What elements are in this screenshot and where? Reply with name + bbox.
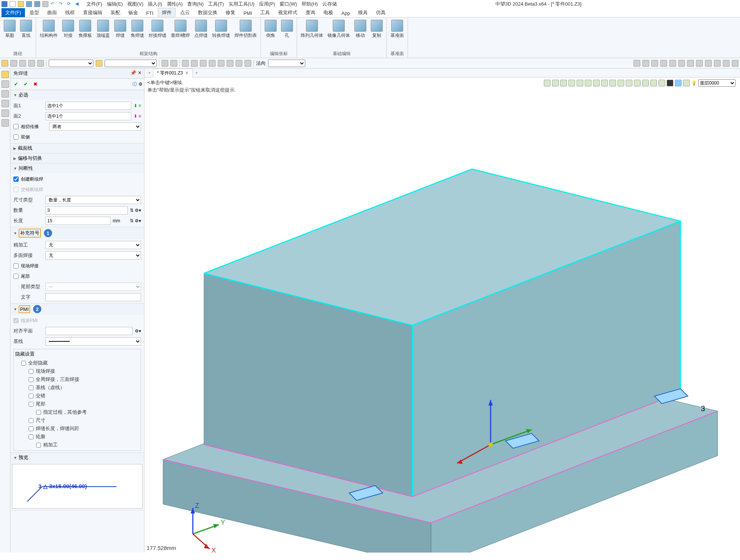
v-icon-3[interactable] xyxy=(1,90,9,98)
ribbon-sketch[interactable]: 草图 xyxy=(2,19,17,50)
vt-12[interactable] xyxy=(634,80,641,86)
ribbon-filletweld[interactable]: 角焊缝 xyxy=(129,19,146,50)
v-icon-5[interactable] xyxy=(1,109,9,117)
vt-4[interactable] xyxy=(568,80,575,86)
menu-tools[interactable]: 工具(T) xyxy=(208,1,224,7)
layer-bulb-icon[interactable]: 💡 xyxy=(691,80,697,86)
section-intermittent[interactable]: 间断性 xyxy=(10,163,144,173)
save-icon[interactable] xyxy=(26,1,32,7)
length-input[interactable] xyxy=(45,217,111,225)
tb-r-4[interactable] xyxy=(660,60,667,67)
undo-icon[interactable]: ↶ xyxy=(51,1,57,7)
tb-icon-3[interactable] xyxy=(19,60,26,67)
bothsides-checkbox[interactable] xyxy=(13,134,19,140)
section-pmi[interactable]: PMI 2 xyxy=(10,303,144,315)
length-spin-icon[interactable]: ⇅ ⚙▾ xyxy=(130,218,141,223)
tb-r-8[interactable] xyxy=(696,60,703,67)
vt-6[interactable] xyxy=(585,80,591,86)
count-input[interactable] xyxy=(45,206,128,214)
ribbon-tab-weld[interactable]: 焊件 xyxy=(158,8,176,17)
tangent-checkbox[interactable] xyxy=(13,124,19,129)
cancel-button[interactable]: ✖ xyxy=(31,80,39,88)
h-contour-checkbox[interactable] xyxy=(29,435,34,439)
tb-select-2[interactable] xyxy=(105,60,157,67)
align-input[interactable] xyxy=(45,327,133,335)
ribbon-plugweld[interactable]: 塞焊/槽焊 xyxy=(169,19,191,50)
ribbon-tab-visual[interactable]: 视觉样式 xyxy=(274,8,301,17)
v-icon-2[interactable] xyxy=(1,80,9,88)
tb-r-11[interactable] xyxy=(723,60,730,67)
ribbon-butt[interactable]: 对接 xyxy=(61,19,76,50)
ribbon-tab-tools[interactable]: 工具 xyxy=(256,8,274,17)
ribbon-tab-sim[interactable]: 仿真 xyxy=(372,8,389,17)
ribbon-tab-shape[interactable]: 造型 xyxy=(26,8,43,17)
tb-icon-12[interactable] xyxy=(209,60,216,67)
vt-15[interactable] xyxy=(658,80,665,86)
vt-14[interactable] xyxy=(650,80,657,86)
ribbon-spotweld[interactable]: 点焊缝 xyxy=(193,19,209,50)
menu-insert[interactable]: 插入(I) xyxy=(148,1,162,7)
ribbon-tab-fti[interactable]: FTI xyxy=(143,9,157,17)
vt-3[interactable] xyxy=(560,80,567,86)
h-dim-checkbox[interactable] xyxy=(29,418,34,423)
ribbon-tab-mold[interactable]: 模具 xyxy=(354,8,371,17)
tangent-select[interactable]: 两者 xyxy=(49,122,141,131)
ribbon-pattern[interactable]: 阵列几何体 xyxy=(299,19,325,50)
align-pick-icon[interactable]: ⚙▾ xyxy=(135,328,141,334)
info-icon[interactable]: ⓘ xyxy=(133,81,137,88)
vt-13[interactable] xyxy=(642,80,649,86)
ribbon-tab-assembly[interactable]: 装配 xyxy=(107,8,124,17)
face2-input[interactable] xyxy=(45,112,131,120)
ribbon-line[interactable]: 直线 xyxy=(19,19,34,50)
ribbon-move[interactable]: 移动 xyxy=(353,19,368,50)
ribbon-buttweld[interactable]: 对接焊缝 xyxy=(147,19,168,50)
ribbon-tab-surface[interactable]: 曲面 xyxy=(44,8,61,17)
tb-icon-4[interactable] xyxy=(28,60,35,67)
menu-window[interactable]: 窗口(W) xyxy=(280,1,297,7)
tab-add-left[interactable]: + xyxy=(146,70,153,76)
apply-button[interactable]: ✔ xyxy=(22,80,30,88)
vt-10[interactable] xyxy=(618,80,624,86)
section-offset[interactable]: 偏移与切换 xyxy=(10,153,144,163)
open-icon[interactable] xyxy=(18,1,24,7)
tb-r-12[interactable] xyxy=(732,60,739,67)
tb-r-5[interactable] xyxy=(669,60,676,67)
tb-icon-2[interactable] xyxy=(10,60,17,67)
ribbon-tab-pointcloud[interactable]: 点云 xyxy=(176,8,194,17)
ok-button[interactable]: ✔ xyxy=(12,80,20,88)
ribbon-tab-wireframe[interactable]: 线框 xyxy=(61,8,79,17)
ribbon-tab-repair[interactable]: 修复 xyxy=(222,8,239,17)
dimtype-select[interactable]: 数量，长度 xyxy=(45,196,141,204)
section-required[interactable]: 必选 xyxy=(10,90,144,100)
tb-icon-6[interactable] xyxy=(96,60,102,67)
tb-icon-13[interactable] xyxy=(218,60,224,67)
ribbon-chamfer[interactable]: 倒角 xyxy=(263,19,278,50)
ribbon-datum[interactable]: 基准面 xyxy=(389,19,405,50)
ribbon-cutlist[interactable]: 焊件切割表 xyxy=(233,19,258,50)
viewport[interactable]: + * 零件001.Z3 ✕ + <单击中键>继续. 单击"帮助/显示提示"按钮… xyxy=(144,69,740,553)
tailtype-select[interactable]: — xyxy=(45,283,141,291)
menu-view[interactable]: 视图(V) xyxy=(127,1,143,7)
ribbon-weldseam[interactable]: 焊缝 xyxy=(113,19,128,50)
panel-pin-icon[interactable]: 📌 ✕ xyxy=(130,70,142,76)
tb-r-2[interactable] xyxy=(642,60,649,67)
section-sectionline[interactable]: 截面线 xyxy=(10,143,144,153)
print-icon[interactable] xyxy=(42,1,48,7)
saveall-icon[interactable] xyxy=(34,1,40,7)
v-icon-1[interactable] xyxy=(1,71,9,78)
section-supp[interactable]: 补充符号 1 xyxy=(10,227,144,239)
h-process-checkbox[interactable] xyxy=(36,410,41,415)
tb-icon-14[interactable] xyxy=(227,60,233,67)
menu-file[interactable]: 文件(F) xyxy=(86,1,102,7)
h-finish-checkbox[interactable] xyxy=(36,443,41,448)
document-tab[interactable]: * 零件001.Z3 ✕ xyxy=(153,69,193,77)
v-icon-6[interactable] xyxy=(1,119,9,127)
tb-select-axis[interactable] xyxy=(268,60,305,67)
vt-2[interactable] xyxy=(552,80,559,86)
h-tail-checkbox[interactable] xyxy=(29,402,34,407)
create-intermittent-checkbox[interactable] xyxy=(13,176,19,182)
tb-r-6[interactable] xyxy=(678,60,685,67)
ribbon-tab-electrode[interactable]: 电极 xyxy=(320,8,337,17)
ribbon-endcap[interactable]: 顶端盖 xyxy=(95,19,111,50)
menu-help[interactable]: 帮助(H) xyxy=(302,1,318,7)
